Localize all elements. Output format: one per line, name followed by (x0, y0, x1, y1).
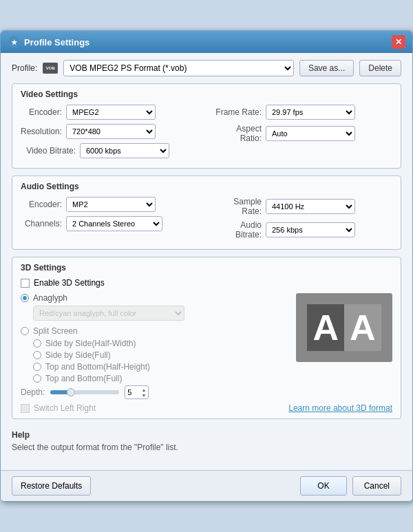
top-bottom-full-row: Top and Bottom(Full) (33, 374, 289, 383)
depth-value-box: 5 ▲ ▼ (125, 385, 149, 399)
3d-left: Anaglyph Red/cyan anaglyph, full color S… (21, 293, 289, 385)
encoder-label: Encoder: (21, 107, 62, 117)
anaglyph-radio-row: Anaglyph (21, 293, 289, 303)
encoder-row: Encoder: MPEG2 (21, 105, 200, 120)
split-screen-label: Split Screen (33, 326, 78, 336)
split-screen-radio-row: Split Screen (21, 326, 289, 336)
help-title: Help (12, 430, 401, 440)
side-by-side-half-row: Side by Side(Half-Width) (33, 339, 289, 348)
depth-slider-track[interactable] (50, 390, 119, 394)
top-bottom-half-label: Top and Bottom(Half-Height) (45, 362, 150, 372)
side-by-side-half-radio[interactable] (33, 339, 41, 348)
video-left-col: Encoder: MPEG2 Resolution: 720*480 Video… (21, 105, 200, 162)
video-bitrate-label: Video Bitrate: (21, 146, 76, 156)
spinner-up[interactable]: ▲ (141, 387, 146, 392)
aa-preview-letters: A A (307, 304, 381, 351)
depth-label: Depth: (21, 387, 45, 397)
dialog-title: Profile Settings (24, 37, 89, 47)
audio-settings-section: Audio Settings Encoder: MP2 Channels: 2 … (12, 175, 401, 250)
3d-preview: A A (296, 293, 392, 362)
app-icon: ★ (8, 36, 20, 48)
profile-select[interactable]: VOB MPEG2 PS Format (*.vob) (63, 60, 294, 76)
spinner-down[interactable]: ▼ (141, 393, 146, 398)
framerate-label: Frame Rate: (213, 107, 262, 117)
help-section: Help Select the output format from the "… (12, 426, 401, 456)
footer: Restore Defaults OK Cancel (1, 470, 412, 501)
audio-right-col: Sample Rate: 44100 Hz Audio Bitrate: 256… (213, 197, 392, 244)
sample-rate-row: Sample Rate: 44100 Hz (213, 197, 392, 216)
enable-3d-row: Enable 3D Settings (21, 278, 392, 288)
audio-bitrate-select[interactable]: 256 kbps (266, 222, 355, 237)
3d-settings-section: 3D Settings Enable 3D Settings Anaglyph (12, 257, 401, 419)
profile-format-icon: VOB (43, 63, 58, 74)
top-bottom-full-label: Top and Bottom(Full) (45, 374, 122, 383)
anaglyph-label: Anaglyph (33, 293, 67, 303)
anaglyph-radio[interactable] (21, 294, 29, 302)
depth-value: 5 (127, 388, 131, 396)
resolution-label: Resolution: (21, 127, 62, 136)
aspect-ratio-row: Aspect Ratio: Auto (213, 124, 392, 143)
top-bottom-half-row: Top and Bottom(Half-Height) (33, 362, 289, 372)
channels-label: Channels: (21, 219, 62, 228)
aa-letter-right: A (344, 304, 381, 351)
encoder-select[interactable]: MPEG2 (66, 105, 156, 120)
help-text: Select the output format from the "Profi… (12, 443, 401, 452)
channels-select[interactable]: 2 Channels Stereo (66, 216, 162, 231)
3d-content: Anaglyph Red/cyan anaglyph, full color S… (21, 293, 392, 385)
3d-settings-title: 3D Settings (21, 263, 392, 273)
enable-3d-checkbox[interactable] (21, 279, 30, 288)
framerate-row: Frame Rate: 29.97 fps (213, 105, 392, 120)
profile-label: Profile: (12, 63, 37, 73)
switch-row: Switch Left Right Learn more about 3D fo… (21, 403, 392, 413)
footer-right-buttons: OK Cancel (300, 476, 401, 496)
close-button[interactable]: ✕ (392, 35, 405, 49)
audio-fields: Encoder: MP2 Channels: 2 Channels Stereo (21, 197, 392, 244)
video-right-col: Frame Rate: 29.97 fps Aspect Ratio: Auto (213, 105, 392, 162)
profile-row: Profile: VOB VOB MPEG2 PS Format (*.vob)… (12, 60, 401, 76)
split-screen-radio[interactable] (21, 327, 29, 335)
audio-encoder-row: Encoder: MP2 (21, 197, 200, 212)
depth-row: Depth: 5 ▲ ▼ (21, 385, 392, 399)
audio-settings-title: Audio Settings (21, 182, 392, 191)
switch-lr-label: Switch Left Right (34, 403, 96, 413)
audio-encoder-select[interactable]: MP2 (66, 197, 156, 212)
side-by-side-full-label: Side by Side(Full) (45, 350, 111, 360)
aspect-ratio-select[interactable]: Auto (266, 126, 355, 141)
dialog-window: ★ Profile Settings ✕ Profile: VOB VOB MP… (0, 30, 413, 502)
resolution-row: Resolution: 720*480 (21, 124, 200, 139)
video-bitrate-select[interactable]: 6000 kbps (80, 143, 169, 158)
learn-more-link[interactable]: Learn more about 3D format (288, 403, 392, 413)
side-by-side-full-row: Side by Side(Full) (33, 350, 289, 360)
aa-letter-left: A (307, 304, 344, 351)
top-bottom-full-radio[interactable] (33, 374, 41, 383)
title-bar-left: ★ Profile Settings (8, 36, 89, 48)
video-bitrate-row: Video Bitrate: 6000 kbps (21, 143, 200, 158)
channels-row: Channels: 2 Channels Stereo (21, 216, 200, 231)
side-by-side-half-label: Side by Side(Half-Width) (45, 339, 136, 348)
side-by-side-full-radio[interactable] (33, 351, 41, 359)
depth-spinner[interactable]: ▲ ▼ (141, 387, 146, 398)
resolution-select[interactable]: 720*480 (66, 124, 156, 139)
video-fields: Encoder: MPEG2 Resolution: 720*480 Video… (21, 105, 392, 162)
switch-lr-checkbox[interactable] (21, 404, 30, 413)
ok-button[interactable]: OK (300, 476, 346, 496)
audio-bitrate-row: Audio Bitrate: 256 kbps (213, 220, 392, 240)
main-content: Profile: VOB VOB MPEG2 PS Format (*.vob)… (1, 53, 412, 470)
enable-3d-label: Enable 3D Settings (34, 278, 105, 288)
delete-button[interactable]: Delete (359, 60, 401, 76)
sample-rate-label: Sample Rate: (213, 197, 262, 216)
audio-left-col: Encoder: MP2 Channels: 2 Channels Stereo (21, 197, 200, 244)
title-bar: ★ Profile Settings ✕ (1, 31, 412, 53)
audio-bitrate-label: Audio Bitrate: (213, 220, 262, 240)
sample-rate-select[interactable]: 44100 Hz (266, 199, 355, 214)
depth-slider-thumb[interactable] (67, 388, 75, 396)
audio-encoder-label: Encoder: (21, 200, 62, 209)
aspect-ratio-label: Aspect Ratio: (213, 124, 262, 143)
framerate-select[interactable]: 29.97 fps (266, 105, 355, 120)
save-as-button[interactable]: Save as... (299, 60, 354, 76)
video-settings-title: Video Settings (21, 89, 392, 99)
cancel-button[interactable]: Cancel (352, 476, 401, 496)
anaglyph-type-select: Red/cyan anaglyph, full color (33, 306, 184, 321)
restore-defaults-button[interactable]: Restore Defaults (12, 476, 91, 496)
top-bottom-half-radio[interactable] (33, 363, 41, 371)
